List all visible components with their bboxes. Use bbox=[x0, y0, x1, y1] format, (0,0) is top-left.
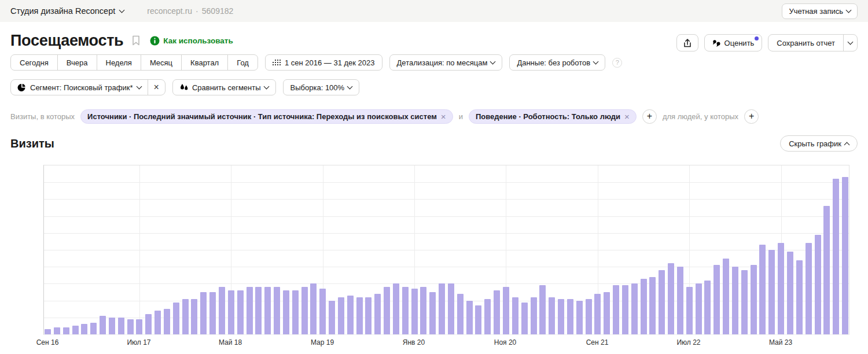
bar[interactable] bbox=[247, 287, 253, 334]
remove-filter-icon[interactable]: × bbox=[441, 112, 446, 121]
bar[interactable] bbox=[668, 263, 674, 334]
date-range-button[interactable]: 1 сен 2016 — 31 дек 2023 bbox=[265, 54, 382, 71]
bar[interactable] bbox=[228, 290, 234, 334]
bar[interactable] bbox=[613, 285, 619, 334]
sampling-button[interactable]: Выборка: 100% bbox=[283, 79, 360, 95]
bar[interactable] bbox=[586, 299, 592, 334]
bar[interactable] bbox=[677, 267, 683, 334]
tab-today[interactable]: Сегодня bbox=[10, 54, 58, 71]
bar[interactable] bbox=[264, 287, 271, 334]
bar[interactable] bbox=[815, 235, 821, 334]
detalization-button[interactable]: Детализация: по месяцам bbox=[389, 54, 503, 71]
bar[interactable] bbox=[255, 287, 262, 334]
bar[interactable] bbox=[713, 265, 720, 334]
bar[interactable] bbox=[641, 279, 647, 334]
bar[interactable] bbox=[549, 297, 555, 334]
bar[interactable] bbox=[420, 287, 426, 334]
account-button[interactable]: Учетная запись bbox=[782, 3, 858, 19]
bar[interactable] bbox=[558, 299, 564, 334]
bar[interactable] bbox=[90, 323, 97, 334]
bar[interactable] bbox=[631, 283, 638, 334]
bar[interactable] bbox=[503, 287, 509, 334]
bar[interactable] bbox=[45, 329, 51, 334]
bar[interactable] bbox=[347, 296, 354, 334]
bar[interactable] bbox=[155, 311, 161, 334]
bar[interactable] bbox=[274, 287, 280, 334]
bar[interactable] bbox=[127, 319, 134, 334]
bar[interactable] bbox=[659, 270, 665, 334]
bar[interactable] bbox=[292, 290, 299, 334]
bar[interactable] bbox=[319, 289, 326, 334]
bar[interactable] bbox=[741, 270, 748, 334]
bar[interactable] bbox=[81, 324, 87, 334]
save-report-dropdown[interactable] bbox=[844, 35, 857, 51]
bar[interactable] bbox=[356, 297, 363, 334]
bar[interactable] bbox=[796, 260, 803, 334]
bar[interactable] bbox=[338, 297, 344, 334]
save-report-button[interactable]: Сохранить отчет bbox=[768, 35, 843, 51]
bar[interactable] bbox=[109, 318, 115, 334]
bar[interactable] bbox=[768, 250, 775, 334]
remove-filter-icon[interactable]: × bbox=[624, 112, 630, 121]
bar[interactable] bbox=[594, 294, 601, 334]
bar[interactable] bbox=[136, 319, 142, 334]
bar[interactable] bbox=[191, 299, 197, 334]
rate-button[interactable]: Оценить bbox=[704, 34, 763, 51]
bar[interactable] bbox=[164, 309, 170, 334]
bar[interactable] bbox=[301, 287, 308, 334]
counter-selector[interactable]: Студия дизайна Reconcept bbox=[10, 6, 124, 16]
bar[interactable] bbox=[539, 285, 546, 334]
bar[interactable] bbox=[374, 294, 381, 334]
bar[interactable] bbox=[100, 316, 106, 334]
filter-chip-robots[interactable]: Поведение · Роботность: Только люди × bbox=[469, 109, 637, 124]
bar[interactable] bbox=[283, 290, 289, 334]
bar[interactable] bbox=[237, 290, 244, 334]
bar[interactable] bbox=[402, 287, 409, 334]
share-button[interactable] bbox=[676, 34, 698, 51]
bar[interactable] bbox=[787, 252, 793, 334]
bar[interactable] bbox=[704, 281, 711, 334]
add-visit-filter-button[interactable]: + bbox=[642, 109, 657, 124]
bar[interactable] bbox=[173, 303, 179, 334]
bar[interactable] bbox=[512, 297, 518, 334]
bar[interactable] bbox=[72, 326, 79, 334]
bar[interactable] bbox=[219, 287, 225, 334]
bar[interactable] bbox=[806, 243, 812, 334]
bar[interactable] bbox=[521, 303, 528, 334]
bar[interactable] bbox=[429, 292, 436, 334]
bar[interactable] bbox=[329, 301, 335, 334]
tab-year[interactable]: Год bbox=[227, 54, 258, 71]
bar[interactable] bbox=[448, 283, 454, 334]
bar[interactable] bbox=[384, 287, 390, 334]
bar[interactable] bbox=[833, 179, 839, 334]
bar[interactable] bbox=[759, 245, 766, 334]
bar[interactable] bbox=[567, 299, 573, 334]
help-question-icon[interactable]: ? bbox=[612, 58, 622, 68]
bar[interactable] bbox=[209, 292, 216, 334]
bar[interactable] bbox=[823, 206, 830, 334]
bar[interactable] bbox=[411, 289, 418, 334]
bar[interactable] bbox=[604, 292, 610, 334]
bar[interactable] bbox=[778, 243, 784, 334]
tab-week[interactable]: Неделя bbox=[97, 54, 141, 71]
bar[interactable] bbox=[842, 177, 848, 334]
bar[interactable] bbox=[182, 299, 189, 334]
bar[interactable] bbox=[466, 301, 473, 334]
data-mode-button[interactable]: Данные: без роботов bbox=[509, 54, 605, 71]
bar[interactable] bbox=[531, 297, 537, 334]
bar[interactable] bbox=[696, 283, 702, 334]
bar[interactable] bbox=[145, 314, 152, 334]
bar[interactable] bbox=[723, 259, 729, 334]
bar[interactable] bbox=[457, 294, 464, 334]
bar[interactable] bbox=[63, 327, 69, 334]
bar[interactable] bbox=[576, 301, 583, 334]
bar[interactable] bbox=[751, 265, 757, 334]
bar[interactable] bbox=[622, 285, 628, 334]
bar[interactable] bbox=[732, 267, 738, 334]
filter-chip-source[interactable]: Источники · Последний значимый источник … bbox=[80, 109, 453, 124]
bar[interactable] bbox=[686, 287, 693, 334]
how-to-use-link[interactable]: Как использовать bbox=[150, 36, 233, 46]
tab-yesterday[interactable]: Вчера bbox=[57, 54, 97, 71]
compare-segments-button[interactable]: Сравнить сегменты bbox=[172, 79, 276, 95]
hide-chart-button[interactable]: Скрыть график bbox=[780, 135, 858, 152]
